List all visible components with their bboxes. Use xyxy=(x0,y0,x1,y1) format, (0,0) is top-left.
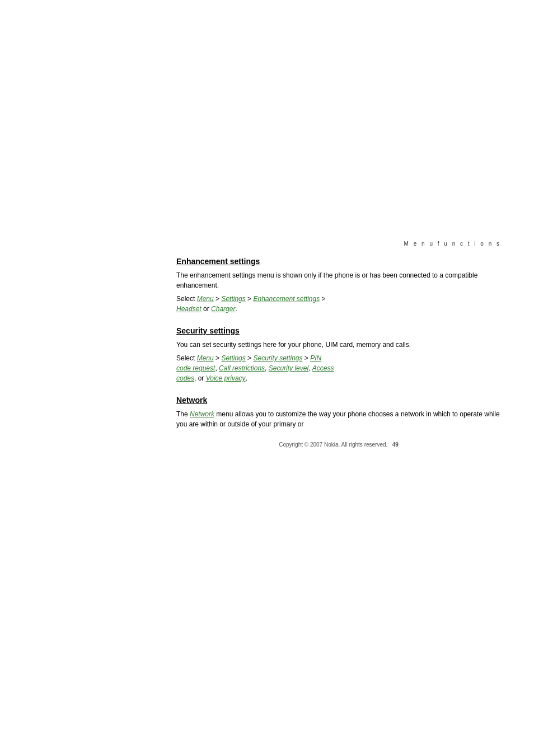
enhancement-link-headset: Headset xyxy=(176,305,202,313)
network-section: Network The Network menu allows you to c… xyxy=(176,396,501,429)
security-settings-body: You can set security settings here for y… xyxy=(176,340,501,350)
header-text: M e n u f u n c t i o n s xyxy=(404,241,501,247)
network-link-network: Network xyxy=(190,410,214,418)
enhancement-link-enhancement-settings: Enhancement settings xyxy=(253,295,320,303)
security-settings-title: Security settings xyxy=(176,326,501,335)
enhancement-link-settings: Settings xyxy=(221,295,245,303)
enhancement-settings-select: Select Menu > Settings > Enhancement set… xyxy=(176,294,501,314)
enhancement-link-menu: Menu xyxy=(197,295,214,303)
security-link-security-level: Security level xyxy=(269,364,308,372)
page-footer: Copyright © 2007 Nokia. All rights reser… xyxy=(176,442,501,448)
copyright-text: Copyright © 2007 Nokia. All rights reser… xyxy=(279,442,387,448)
security-settings-section: Security settings You can set security s… xyxy=(176,326,501,383)
network-body: The Network menu allows you to customize… xyxy=(176,409,501,429)
page: M e n u f u n c t i o n s Enhancement se… xyxy=(0,0,534,756)
security-link-voice-privacy: Voice privacy xyxy=(206,374,246,382)
page-header: M e n u f u n c t i o n s xyxy=(176,241,501,247)
page-number: 49 xyxy=(392,442,399,448)
enhancement-settings-title: Enhancement settings xyxy=(176,257,501,266)
security-link-call-restrictions: Call restrictions xyxy=(219,364,265,372)
security-link-settings: Settings xyxy=(221,354,245,362)
enhancement-link-charger: Charger xyxy=(211,305,235,313)
enhancement-settings-body: The enhancement settings menu is shown o… xyxy=(176,270,501,290)
network-title: Network xyxy=(176,396,501,405)
security-settings-select: Select Menu > Settings > Security settin… xyxy=(176,353,501,383)
security-link-menu: Menu xyxy=(197,354,214,362)
content-area: M e n u f u n c t i o n s Enhancement se… xyxy=(176,241,501,448)
enhancement-settings-section: Enhancement settings The enhancement set… xyxy=(176,257,501,314)
security-link-security-settings: Security settings xyxy=(253,354,302,362)
